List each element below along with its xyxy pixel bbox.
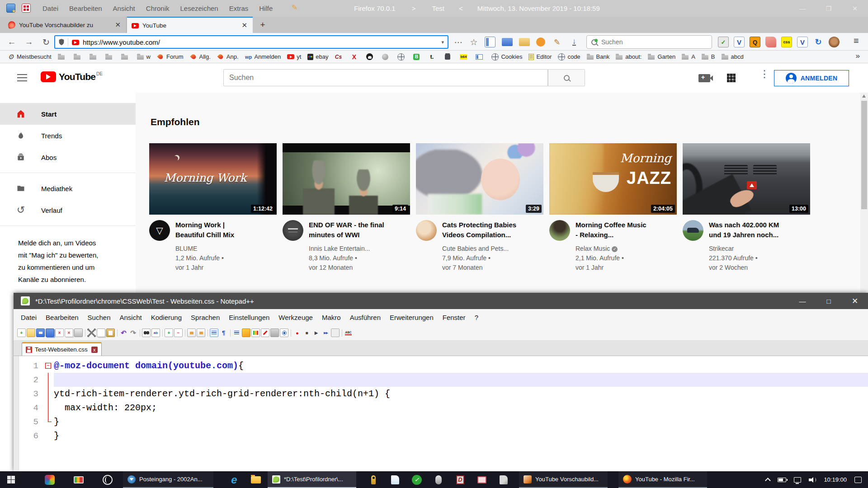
toolbar-icon[interactable] xyxy=(27,328,35,337)
bookmark-item[interactable]: code xyxy=(555,52,583,62)
toolbar-icon[interactable] xyxy=(261,328,269,337)
toolbar-icon[interactable] xyxy=(251,328,260,337)
channel-avatar[interactable] xyxy=(549,220,570,241)
toolbar-icon[interactable] xyxy=(232,328,241,337)
toolbar-icon[interactable] xyxy=(302,328,311,337)
youtube-apps-icon[interactable] xyxy=(727,74,736,82)
antivirus-icon[interactable] xyxy=(407,471,427,488)
channel-name[interactable]: BLUME xyxy=(175,244,277,253)
toolbar-icon[interactable] xyxy=(321,328,330,337)
bookmark-item[interactable]: yt xyxy=(284,52,304,62)
taskbar-browser-app-icon[interactable] xyxy=(98,471,118,488)
menu-item[interactable]: Bearbeiten xyxy=(64,0,108,17)
bookmark-item[interactable]: wp Anmelden xyxy=(242,52,284,62)
channel-name[interactable]: Relax Music✓ xyxy=(576,244,677,253)
bookmark-item[interactable]: Bank xyxy=(584,52,613,62)
toolbar-icon[interactable] xyxy=(106,328,115,337)
channel-name[interactable]: Innis Lake Entertain... xyxy=(309,244,410,253)
signin-button[interactable]: ANMELDEN xyxy=(774,70,849,86)
bookmark-item[interactable] xyxy=(441,52,456,62)
youtube-search-box[interactable] xyxy=(223,69,548,86)
bookmarks-overflow-icon[interactable]: » xyxy=(856,52,863,61)
file-explorer-icon[interactable] xyxy=(246,471,266,488)
url-dropdown-icon[interactable]: ▾ xyxy=(441,39,444,45)
channel-name[interactable]: Cute Babies and Pets... xyxy=(442,244,543,253)
extension-icon[interactable] xyxy=(765,37,776,47)
bookmark-item[interactable]: Garten xyxy=(645,52,678,62)
menu-item[interactable]: Ausführen xyxy=(345,314,385,321)
extension-icon[interactable] xyxy=(813,37,824,47)
session-manager-icon[interactable] xyxy=(6,4,15,13)
speaker-icon[interactable] xyxy=(809,477,816,483)
minimize-button[interactable]: — xyxy=(789,293,816,309)
toolbar-icon[interactable] xyxy=(270,328,279,337)
bookmark-item[interactable] xyxy=(473,52,488,62)
toolbar-icon[interactable] xyxy=(289,328,292,337)
password-manager-icon[interactable] xyxy=(363,471,383,488)
upload-video-icon[interactable] xyxy=(698,74,710,82)
toolbar-icon[interactable] xyxy=(519,38,530,46)
page-actions-icon[interactable]: ⋯ xyxy=(452,36,465,48)
video-title[interactable]: END OF WAR - the finalminutes of WWI xyxy=(309,220,410,240)
menu-item[interactable]: Sprachen xyxy=(186,314,224,321)
menu-item[interactable]: Kodierung xyxy=(146,314,186,321)
sidebar-item-trends[interactable]: Trends xyxy=(0,125,136,146)
bookmark-item[interactable]: Forum xyxy=(154,52,186,62)
url-bar[interactable]: ▾ xyxy=(54,35,448,49)
toolbar-icon[interactable] xyxy=(151,328,160,337)
hamburger-menu-icon[interactable]: ≡ xyxy=(854,36,859,46)
youtube-logo[interactable]: YouTube DE xyxy=(41,71,103,82)
bookmark-item[interactable] xyxy=(395,52,410,62)
channel-avatar[interactable] xyxy=(683,220,703,241)
menu-item[interactable]: Datei xyxy=(16,314,41,321)
scrollbar-thumb[interactable] xyxy=(861,101,867,209)
extension-icon[interactable] xyxy=(750,37,760,47)
menu-item[interactable]: Werkzeuge xyxy=(274,314,317,321)
toolbar-icon[interactable] xyxy=(569,37,580,47)
youtube-search-button[interactable] xyxy=(548,69,585,86)
toolbar-icon[interactable] xyxy=(87,328,96,337)
menu-item[interactable]: Chronik xyxy=(141,0,175,17)
bookmark-item[interactable]: t. xyxy=(425,52,440,62)
toolbar-icon[interactable] xyxy=(46,328,54,337)
bookmark-item[interactable] xyxy=(87,52,102,62)
more-options-icon[interactable] xyxy=(760,72,762,77)
sidebar-item-abos[interactable]: Abos xyxy=(0,146,136,168)
youtube-search-input[interactable] xyxy=(229,74,542,82)
menu-item[interactable]: Makro xyxy=(317,314,345,321)
toolbar-icon[interactable] xyxy=(219,328,228,337)
bookmark-item[interactable]: B xyxy=(699,52,718,62)
bookmark-item[interactable]: Cookies xyxy=(489,52,525,62)
tab-youtube-vorschaubilder[interactable]: YouTube Vorschaubilder zu ✕ xyxy=(4,17,127,33)
toolbar-icon[interactable] xyxy=(97,328,105,337)
video-thumbnail[interactable]: Morning JAZZ 2:04:05 xyxy=(549,143,677,215)
menu-item[interactable]: Suchen xyxy=(83,314,115,321)
youtube-menu-icon[interactable] xyxy=(17,74,27,81)
toolbar-icon[interactable] xyxy=(36,328,45,337)
video-card[interactable]: 9:14 END OF WAR - the finalminutes of WW… xyxy=(283,143,410,272)
toolbar-icon[interactable] xyxy=(502,38,513,46)
bookmark-item[interactable]: abcd xyxy=(719,52,746,62)
notification-center-icon[interactable] xyxy=(854,477,862,483)
extension-icon[interactable] xyxy=(829,37,840,47)
firefox-search-bar[interactable] xyxy=(586,35,712,49)
toolbar-icon[interactable] xyxy=(331,328,340,337)
edge-icon[interactable]: e xyxy=(224,471,244,488)
bookmark-star-icon[interactable]: ☆ xyxy=(467,36,480,48)
tab-close-icon[interactable]: ✕ xyxy=(241,21,248,29)
extension-icon[interactable] xyxy=(781,37,792,47)
menu-item[interactable]: Ansicht xyxy=(108,0,141,17)
toolbar-icon[interactable] xyxy=(84,328,86,337)
toolbar-icon[interactable] xyxy=(74,328,83,337)
binder-app-icon[interactable] xyxy=(494,471,514,488)
menu-item[interactable]: Bearbeiten xyxy=(41,314,83,321)
toolbar-icon[interactable] xyxy=(312,328,321,337)
forward-icon[interactable]: → xyxy=(23,36,35,48)
code-line[interactable]: 6 } xyxy=(19,429,868,443)
video-thumbnail[interactable]: 13:00 xyxy=(683,143,810,215)
tab-youtube-active[interactable]: YouTube ✕ xyxy=(127,17,253,33)
task-notepadpp-window[interactable]: *D:\Test\Profilordner\... xyxy=(268,471,356,488)
channel-avatar[interactable] xyxy=(416,220,437,241)
menu-item[interactable]: Einstellungen xyxy=(224,314,274,321)
start-button[interactable] xyxy=(0,471,22,488)
